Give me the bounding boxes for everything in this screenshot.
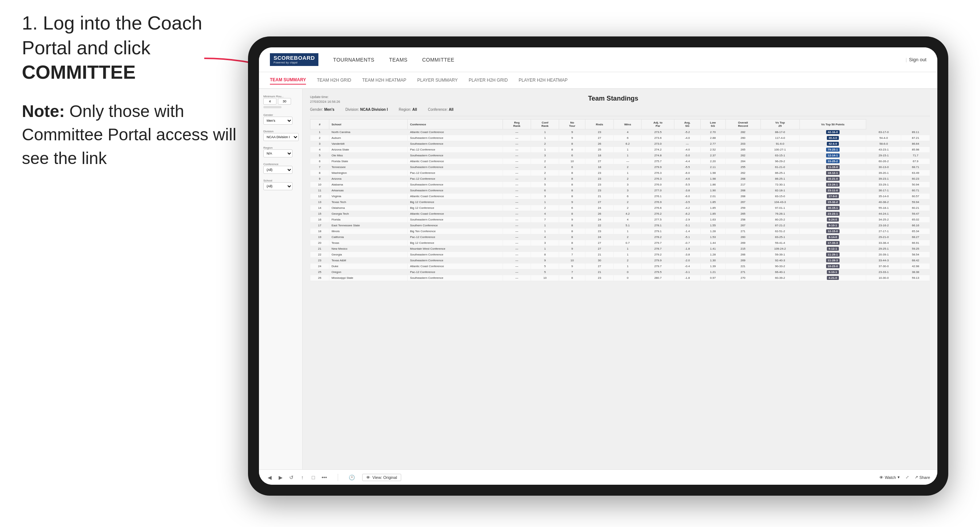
toolbar-expand-icon[interactable]: ⤢ xyxy=(905,475,909,479)
share-icon-small[interactable]: ↑ xyxy=(299,474,305,481)
data-cell: 4 xyxy=(614,129,641,135)
data-cell: 25 xyxy=(585,147,614,153)
school-select[interactable]: (All) xyxy=(263,182,293,190)
data-cell: 82-18-1 xyxy=(760,188,799,194)
school-cell: Arizona xyxy=(329,176,407,182)
data-cell: 100-27-1 xyxy=(760,147,799,153)
data-cell: 203 xyxy=(725,141,760,147)
share-button[interactable]: ↗ Share xyxy=(915,475,930,479)
data-cell: -2.9 xyxy=(675,217,700,223)
data-cell: 14 xyxy=(310,205,329,211)
data-cell: 22 xyxy=(585,223,614,229)
data-cell: 39-23-1 xyxy=(866,176,901,182)
left-filter-panel: Minimum Rou... Gender Men's Women's xyxy=(259,89,303,470)
data-cell: — xyxy=(503,141,531,147)
nav-committee[interactable]: COMMITTEE xyxy=(422,56,455,64)
region-select[interactable]: N/A All xyxy=(263,149,293,157)
data-cell: 221 xyxy=(725,264,760,269)
sub-nav-team-summary[interactable]: TEAM SUMMARY xyxy=(270,76,306,84)
sub-nav-player-h2h-heatmap[interactable]: PLAYER H2H HEATMAP xyxy=(519,76,568,84)
data-cell: 276.3 xyxy=(641,170,675,176)
data-cell: 1 xyxy=(531,229,559,234)
bookmark-icon[interactable]: □ xyxy=(310,474,317,481)
gender-select[interactable]: Men's Women's xyxy=(263,117,293,125)
min-rank-input-2[interactable] xyxy=(278,98,291,105)
conference-cell: Mountain West Conference xyxy=(408,246,503,252)
nav-teams[interactable]: TEAMS xyxy=(389,56,408,64)
data-cell: -5.0 xyxy=(675,153,700,159)
data-cell: 1.90 xyxy=(700,188,725,194)
data-cell: 24 xyxy=(585,234,614,240)
school-cell: Florida xyxy=(329,217,407,223)
more-icon[interactable]: ••• xyxy=(321,474,328,481)
data-cell: -3.8 xyxy=(675,252,700,258)
refresh-icon[interactable]: ↺ xyxy=(288,474,295,481)
watch-chevron-icon: ▾ xyxy=(897,475,900,479)
data-cell: 1.85 xyxy=(700,211,725,217)
data-cell: — xyxy=(503,182,531,188)
data-cell: 76-26-1 xyxy=(760,211,799,217)
data-cell: 91-6-0 xyxy=(760,141,799,147)
sub-nav-player-h2h-grid[interactable]: PLAYER H2H GRID xyxy=(469,76,508,84)
logo-area: SCOREBOARD Powered by clippd xyxy=(270,53,318,66)
data-cell: 24 xyxy=(585,205,614,211)
division-select[interactable]: NCAA Division I NCAA Division II xyxy=(263,133,299,141)
data-cell: 5 xyxy=(531,182,559,188)
watch-button[interactable]: 👁 Watch ▾ xyxy=(879,475,900,479)
data-cell: 279.5 xyxy=(641,269,675,275)
table-row: 1North CarolinaAtlantic Coast Conference… xyxy=(310,129,930,135)
divider xyxy=(310,116,930,116)
data-cell: 262 xyxy=(725,170,760,176)
school-cell: Oregon xyxy=(329,269,407,275)
data-cell: 278.7 xyxy=(641,246,675,252)
data-cell: 63-15-1 xyxy=(760,153,799,159)
data-cell: 3 xyxy=(310,141,329,147)
forward-icon[interactable]: ▶ xyxy=(277,474,284,481)
data-cell: 2.20 xyxy=(700,159,725,164)
eye-icon: 👁 xyxy=(366,475,370,479)
data-cell: -0.4 xyxy=(675,264,700,269)
data-cell: 259 xyxy=(725,205,760,211)
th-rnds: Rnds xyxy=(585,119,614,129)
data-cell: 9 xyxy=(559,135,585,141)
data-cell: 276.2 xyxy=(641,211,675,217)
data-cell: -3.1 xyxy=(675,269,700,275)
min-rank-input-1[interactable] xyxy=(263,98,277,105)
data-cell: — xyxy=(503,164,531,170)
data-cell: 1.55 xyxy=(700,223,725,229)
data-cell: 2 xyxy=(614,258,641,264)
clock-icon[interactable]: 🕐 xyxy=(348,474,355,481)
data-cell: 271 xyxy=(725,269,760,275)
gender-slider[interactable] xyxy=(263,106,282,108)
conference-select[interactable]: (All) SEC ACC xyxy=(263,166,293,174)
th-conf-rank: ConfRank xyxy=(531,119,559,129)
data-cell: 23 xyxy=(585,170,614,176)
data-cell: 6 xyxy=(559,164,585,170)
sign-out-link[interactable]: Sign out xyxy=(909,57,926,62)
conference-cell: Big 12 Conference xyxy=(408,199,503,205)
conference-cell: Southeastern Conference xyxy=(408,164,503,170)
sub-nav-player-summary[interactable]: PLAYER SUMMARY xyxy=(417,76,458,84)
school-cell: Arizona State xyxy=(329,147,407,153)
data-cell: 3 xyxy=(531,153,559,159)
nav-tournaments[interactable]: TOURNAMENTS xyxy=(333,56,374,64)
table-row: 21New MexicoMountain West Conference—192… xyxy=(310,246,930,252)
data-cell: 8 xyxy=(559,229,585,234)
data-cell: 0 xyxy=(614,269,641,275)
data-cell: 9 xyxy=(559,199,585,205)
data-cell: -1.8 xyxy=(675,246,700,252)
data-cell: 86-25-1 xyxy=(760,176,799,182)
sub-nav-team-h2h-heatmap[interactable]: TEAM H2H HEATMAP xyxy=(362,76,406,84)
data-cell: -5.1 xyxy=(675,234,700,240)
data-cell: 3 xyxy=(614,188,641,194)
data-cell: 4 xyxy=(531,164,559,170)
conference-cell: Pac-12 Conference xyxy=(408,170,503,176)
data-cell: 1.44 xyxy=(700,240,725,246)
data-cell: 6 xyxy=(310,159,329,164)
table-row: 22GeorgiaSoutheastern Conference—8721127… xyxy=(310,252,930,258)
data-cell: 29-21-0 xyxy=(866,234,901,240)
view-original-button[interactable]: 👁 View: Original xyxy=(362,474,401,481)
back-icon[interactable]: ◀ xyxy=(266,474,273,481)
sub-nav-team-h2h-grid[interactable]: TEAM H2H GRID xyxy=(317,76,351,84)
data-cell: 58-6-0 xyxy=(866,141,901,147)
